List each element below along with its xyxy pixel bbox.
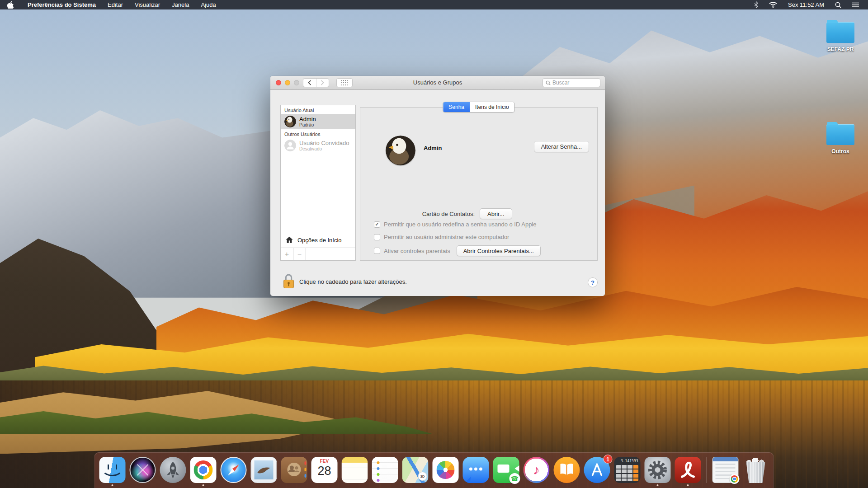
dock-item-trash[interactable] (743, 457, 769, 483)
menu-item-janela[interactable]: Janela (166, 0, 195, 9)
calendar-month: FEV (311, 459, 338, 464)
wallpaper-marsh-grass (0, 385, 451, 454)
facetime-icon: ☎ (493, 457, 519, 483)
finder-icon (99, 457, 126, 483)
notification-center-icon[interactable] (849, 2, 863, 8)
wifi-icon[interactable] (765, 2, 781, 8)
contact-card-label: Cartão de Contatos: (422, 211, 475, 217)
siri-icon (130, 457, 156, 483)
spotlight-search-icon[interactable] (831, 2, 845, 8)
dock-item-safari[interactable] (221, 457, 247, 483)
checkbox-admin-computer[interactable] (374, 234, 380, 240)
minimized-window-thumbnail (712, 457, 739, 483)
users-groups-window: Usuários e Grupos Buscar Usuário Atual A… (270, 76, 605, 296)
folder-label: SEFAZ PR (820, 46, 861, 52)
dock-item-contacts[interactable] (281, 457, 307, 483)
user-list-sidebar: Usuário Atual Admin Padrão Outros Usuári… (280, 105, 356, 261)
folder-icon (826, 124, 854, 145)
folder-icon (826, 22, 854, 43)
remove-user-button[interactable]: − (293, 248, 306, 260)
calendar-day: 28 (311, 464, 338, 478)
launchpad-icon (160, 457, 186, 483)
chrome-icon (190, 457, 217, 483)
dock-item-finder[interactable] (99, 457, 126, 483)
tab-itens-de-inicio[interactable]: Itens de Início (470, 102, 514, 112)
help-button[interactable]: ? (588, 277, 598, 287)
dock-item-chrome[interactable] (190, 457, 217, 483)
desktop: Preferências do Sistema Editar Visualiza… (0, 0, 868, 488)
change-password-button[interactable]: Alterar Senha... (534, 141, 589, 152)
admin-name: Admin (299, 116, 316, 122)
dock-item-reminders[interactable] (372, 457, 398, 483)
open-parental-controls-button[interactable]: Abrir Controles Parentais... (457, 245, 541, 256)
admin-name-main: Admin (424, 145, 442, 151)
open-contact-card-button[interactable]: Abrir... (480, 208, 512, 219)
contacts-icon (281, 457, 307, 483)
safari-icon (221, 457, 247, 483)
dock-item-minimized-chrome-window[interactable] (712, 457, 739, 483)
window-titlebar[interactable]: Usuários e Grupos Buscar (270, 76, 605, 90)
wallpaper-yellow-trees (35, 322, 868, 381)
checkbox-row-reset-password: ✓ Permitir que o usuário redefina a senh… (374, 221, 537, 228)
dock-item-ibooks[interactable] (554, 457, 580, 483)
tab-senha[interactable]: Senha (443, 102, 470, 112)
maps-3d-badge: 3D (418, 472, 427, 481)
user-row-admin[interactable]: Admin Padrão (281, 114, 355, 129)
menu-item-visualizar[interactable]: Visualizar (129, 0, 166, 9)
add-remove-bar: + − (281, 248, 355, 260)
checkbox-row-parental-controls: Ativar controles parentais Abrir Control… (374, 245, 541, 256)
dock-item-facetime[interactable]: ☎ (493, 457, 519, 483)
login-options-label: Opções de Início (297, 237, 342, 244)
login-options-row[interactable]: Opções de Início (281, 232, 355, 248)
dock-item-siri[interactable] (130, 457, 156, 483)
admin-avatar-large[interactable] (386, 136, 415, 165)
itunes-icon: ♪ (524, 457, 550, 483)
bluetooth-icon[interactable] (750, 1, 762, 8)
dock-item-system-preferences[interactable] (645, 457, 671, 483)
music-note-icon: ♪ (524, 457, 550, 483)
dock-item-itunes[interactable]: ♪ (524, 457, 550, 483)
calculator-display: 3.141593 (617, 458, 638, 464)
dock-item-notes[interactable] (342, 457, 368, 483)
password-pane: Admin Alterar Senha... Cartão de Contato… (360, 107, 598, 261)
desktop-folder-sefaz-pr[interactable]: SEFAZ PR (820, 22, 861, 52)
add-user-button[interactable]: + (281, 248, 293, 260)
dock-item-acrobat[interactable] (675, 457, 701, 483)
running-indicator (657, 484, 659, 486)
menu-bar: Preferências do Sistema Editar Visualiza… (0, 0, 868, 9)
calculator-icon: 3.141593 (614, 457, 641, 483)
acrobat-icon (675, 457, 701, 483)
dock-item-photos[interactable] (433, 457, 459, 483)
admin-role: Padrão (299, 122, 316, 127)
home-icon (285, 236, 293, 244)
running-indicator (112, 484, 113, 486)
search-field[interactable]: Buscar (542, 78, 600, 87)
dock-item-calculator[interactable]: 3.141593 (614, 457, 641, 483)
app-store-badge: 1 (604, 455, 613, 464)
desktop-folder-outros[interactable]: Outros (820, 124, 861, 155)
admin-avatar (284, 116, 296, 127)
checkbox-reset-password[interactable]: ✓ (374, 221, 380, 228)
menu-item-ajuda[interactable]: Ajuda (195, 0, 222, 9)
dock-item-mail[interactable] (251, 457, 277, 483)
mail-icon (251, 457, 277, 483)
dock-item-messages[interactable] (463, 457, 489, 483)
lock-button[interactable] (283, 273, 295, 291)
current-user-header: Usuário Atual (281, 105, 355, 114)
system-preferences-gear-icon (645, 457, 671, 483)
user-row-guest[interactable]: Usuário Convidado Desativado (281, 138, 355, 153)
dock: FEV 28 3D ☎ (94, 452, 774, 488)
menu-item-app[interactable]: Preferências do Sistema (22, 0, 102, 9)
running-indicator (203, 484, 204, 486)
reminders-icon (372, 457, 398, 483)
folder-label: Outros (820, 148, 861, 155)
checkbox-parental-controls[interactable] (374, 248, 380, 254)
menu-bar-clock[interactable]: Sex 11:52 AM (784, 1, 828, 8)
apple-menu-icon[interactable] (0, 1, 22, 9)
dock-item-maps[interactable]: 3D (402, 457, 429, 483)
menu-item-editar[interactable]: Editar (102, 0, 129, 9)
dock-item-app-store[interactable]: 1 (584, 457, 610, 483)
dock-item-calendar[interactable]: FEV 28 (311, 457, 338, 483)
running-indicator (687, 484, 689, 486)
dock-item-launchpad[interactable] (160, 457, 186, 483)
